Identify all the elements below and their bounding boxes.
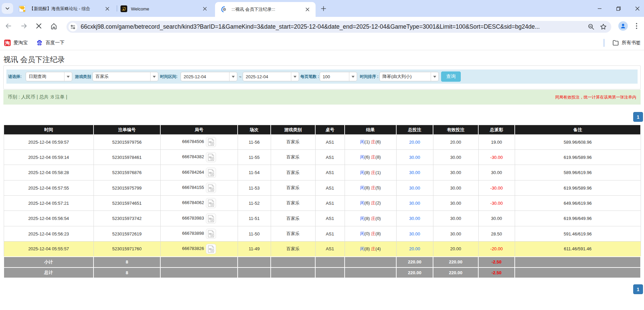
bet-row: 2025-12-04 05:57:55 523015975799 6667841…: [4, 180, 641, 196]
tab-favicon: [19, 5, 26, 12]
video-playback-button[interactable]: [206, 168, 216, 178]
cell-valid-bet: 30.00: [433, 226, 478, 242]
game-type-combobox: [92, 72, 158, 81]
video-playback-button[interactable]: [206, 229, 216, 239]
col-header-0: 时间: [4, 125, 93, 135]
total-bet-link[interactable]: 30.00: [409, 231, 420, 236]
combobox-arrow-button[interactable]: [291, 72, 299, 81]
total-bet-link[interactable]: 30.00: [409, 186, 420, 191]
browser-tab-2[interactable]: Welcome: [116, 3, 211, 15]
home-button[interactable]: [48, 20, 60, 32]
profile-button[interactable]: [618, 21, 628, 31]
date-end-combobox-input[interactable]: [243, 72, 291, 81]
bookmark-taobao[interactable]: 淘 爱淘宝: [4, 35, 28, 50]
cell-table: AS1: [315, 211, 345, 226]
col-header-8: 有效投注: [433, 125, 478, 135]
browser-tab-1[interactable]: 【新提醒】海燕策略论坛 - 综合: [15, 3, 113, 15]
game-type-combobox-input[interactable]: [93, 72, 150, 81]
pagination-page-1-bottom[interactable]: 1: [633, 284, 643, 294]
window-restore-button[interactable]: [611, 0, 626, 17]
cell-payout: -30.00: [478, 196, 515, 211]
cell-bet-id: 523015973742: [93, 211, 160, 226]
bookmark-baidu[interactable]: du 百度一下: [36, 35, 64, 50]
back-icon: [5, 23, 12, 29]
total-bet-link[interactable]: 30.00: [409, 216, 420, 221]
browser-tab-3[interactable]: :::视讯 会员下注纪录:::: [215, 2, 316, 17]
cell-total-bet: 30.00: [396, 211, 433, 226]
combobox-arrow-button[interactable]: [431, 72, 438, 81]
total-bet-link[interactable]: 20.00: [409, 246, 420, 251]
video-playback-button[interactable]: [206, 183, 216, 193]
stop-loading-button[interactable]: [33, 20, 45, 32]
combobox-arrow-button[interactable]: [64, 72, 72, 81]
zoom-button[interactable]: [587, 23, 595, 31]
cell-result: 闲(6) 庄(8): [345, 150, 396, 165]
forward-button[interactable]: [18, 20, 30, 32]
date-start-combobox-input[interactable]: [181, 72, 229, 81]
filter-bar: 请选择: 游戏类别 时间区间: ~ 每页笔数 : 时间排序 : 查询: [6, 69, 638, 84]
address-bar[interactable]: 66cxkj98.com/game/betrecord_search/kind3…: [66, 21, 611, 33]
cell-valid-bet: 20.00: [433, 242, 478, 257]
cell-result: 闲(6) 庄(2): [345, 196, 396, 211]
chevron-down-icon: [5, 6, 10, 11]
video-playback-button[interactable]: [206, 244, 216, 254]
cell-note: 649.96/619.96: [515, 196, 641, 211]
cell-game: 百家乐: [271, 165, 315, 180]
cell-label: 小计: [4, 257, 93, 267]
page-size-combobox-input[interactable]: [320, 72, 349, 81]
filter-select-label: 请选择:: [8, 74, 22, 80]
site-info-button[interactable]: [69, 23, 77, 31]
web-page-content: 视讯 会员下注纪录 请选择: 游戏类别 时间区间: ~ 每页笔数 : 时间排序 …: [0, 50, 644, 310]
video-playback-button[interactable]: [206, 152, 216, 162]
cell-round: 666784264: [160, 165, 238, 180]
all-bookmarks-button[interactable]: 所有书签: [612, 35, 641, 50]
tab-search-button[interactable]: [2, 3, 13, 14]
window-close-button[interactable]: [629, 0, 644, 17]
cell-time: 2025-12-04 05:58:28: [4, 165, 93, 180]
cell-game: 百家乐: [271, 226, 315, 242]
site-settings-icon: [70, 24, 76, 30]
video-record-icon: [207, 230, 215, 238]
total-bet-link[interactable]: 30.00: [409, 155, 420, 160]
home-icon: [50, 23, 57, 30]
cell-round: 666783983: [160, 211, 238, 226]
cell-table: AS1: [315, 150, 345, 165]
tab-close-button[interactable]: [202, 6, 208, 11]
query-button[interactable]: 查询: [441, 72, 461, 82]
window-minimize-button[interactable]: [592, 0, 607, 17]
cell-table: AS1: [315, 165, 345, 180]
tab-close-button[interactable]: [305, 7, 310, 12]
bookmark-star-button[interactable]: [599, 23, 607, 31]
video-playback-button[interactable]: [206, 198, 216, 208]
pagination-page-1-top[interactable]: 1: [633, 112, 643, 122]
cell-table: AS1: [315, 226, 345, 242]
bet-row: 2025-12-04 05:55:57 523015971760 6667838…: [4, 242, 641, 257]
tab-favicon: [120, 5, 127, 12]
combobox-arrow-button[interactable]: [150, 72, 158, 81]
tab-close-icon: [305, 7, 310, 11]
svg-text:du: du: [38, 43, 41, 45]
back-button[interactable]: [2, 20, 15, 32]
profile-avatar-icon: [620, 23, 626, 29]
tab-close-button[interactable]: [105, 6, 110, 11]
cell-bet-id: 523015978461: [93, 150, 160, 165]
total-bet-link[interactable]: 20.00: [409, 140, 420, 145]
cell-bet-id: 523015972619: [93, 226, 160, 242]
combobox-arrow-button[interactable]: [229, 72, 237, 81]
total-bet-link[interactable]: 30.00: [409, 170, 420, 175]
bookmark-label: 百度一下: [46, 40, 64, 46]
cell-payout: -2.50: [478, 267, 515, 278]
video-playback-button[interactable]: [206, 137, 216, 147]
video-playback-button[interactable]: [206, 214, 216, 224]
cell-note: 619.96/649.96: [515, 211, 641, 226]
new-tab-button[interactable]: [319, 4, 327, 12]
total-bet-link[interactable]: 30.00: [409, 201, 420, 206]
url-text[interactable]: 66cxkj98.com/game/betrecord_search/kind3…: [81, 23, 587, 30]
sort-order-combobox-input[interactable]: [380, 72, 431, 81]
combobox-arrow-button[interactable]: [349, 72, 357, 81]
loading-spinner-favicon: [221, 6, 227, 12]
cell-game: 百家乐: [271, 196, 315, 211]
query-type-combobox-input[interactable]: [26, 72, 64, 81]
browser-menu-button[interactable]: [633, 22, 641, 30]
dropdown-triangle-icon: [66, 76, 70, 78]
